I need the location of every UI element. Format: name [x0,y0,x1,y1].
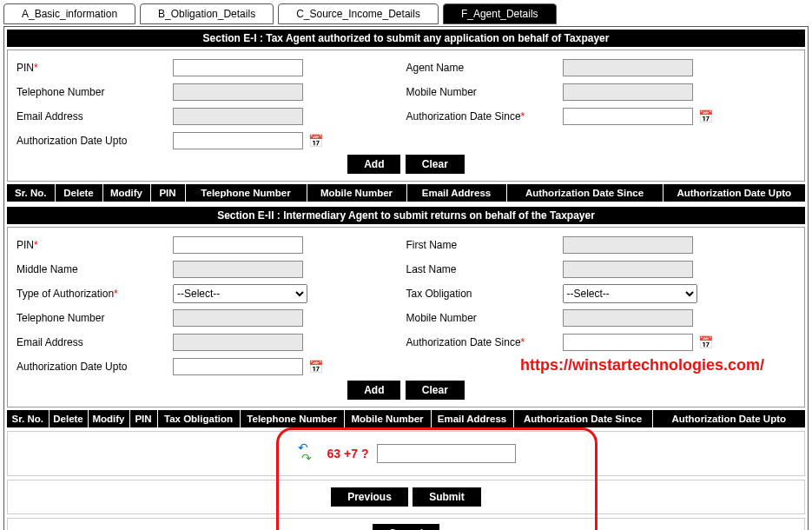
tax-obl-select[interactable]: --Select-- [563,284,697,303]
first-name-input [563,236,693,254]
captcha-input[interactable] [377,444,516,463]
middle-name-input [173,261,303,278]
label-auth-upto2: Authorization Date Upto [17,361,173,373]
col2-delete: Delete [49,410,88,427]
label-mobile: Mobile Number [406,86,563,98]
navigation-buttons: Previous Submit [7,480,805,514]
calendar-icon[interactable]: 📅 [698,335,713,349]
label-tax-obl: Tax Obligation [406,288,563,300]
section-e2-form: PIN* First Name Middle Name Last Name Ty… [7,227,805,407]
mobile2-input [563,309,693,327]
auth-upto-input[interactable] [173,132,303,149]
col2-taxobl: Tax Obligation [157,410,240,427]
email2-input [173,334,303,351]
label-first-name: First Name [406,239,563,251]
col-upto: Authorization Date Upto [663,184,805,202]
label-email: Email Address [17,110,173,123]
section-e2-table: Sr. No. Delete Modify PIN Tax Obligation… [7,410,805,427]
col2-since: Authorization Date Since [513,410,652,427]
label-email2: Email Address [17,336,173,348]
label-type-auth: Type of Authorization* [17,288,173,300]
last-name-input [563,261,693,278]
col2-mobile: Mobile Number [344,410,431,427]
auth-since2-input[interactable] [563,334,693,351]
section-e1-table: Sr. No. Delete Modify PIN Telephone Numb… [7,184,805,202]
section-e2-title: Section E-II : Intermediary Agent to sub… [7,207,805,224]
refresh-captcha-icon[interactable]: ↶ ↷ [296,442,319,465]
calendar-icon[interactable]: 📅 [308,360,323,374]
submit-button[interactable]: Submit [413,487,481,507]
section-e1-title: Section E-I : Tax Agent authorized to su… [7,30,805,47]
col-email: Email Address [406,184,506,202]
add-button[interactable]: Add [347,155,400,174]
col-telephone: Telephone Number [185,184,307,202]
label-last-name: Last Name [406,263,563,275]
captcha-question: 63 +7 ? [327,447,369,460]
col-pin: PIN [150,184,185,202]
previous-button[interactable]: Previous [331,487,408,507]
label-telephone2: Telephone Number [17,312,173,324]
col2-email: Email Address [431,410,513,427]
label-telephone: Telephone Number [17,86,173,98]
label-auth-upto: Authorization Date Upto [17,135,173,147]
cancel-button[interactable]: Cancel [373,524,439,530]
col-srno: Sr. No. [7,184,55,202]
tab-basic-info[interactable]: A_Basic_information [3,3,135,24]
col-modify: Modify [102,184,150,202]
auth-upto2-input[interactable] [173,358,303,375]
mobile-input [563,83,693,101]
label-auth-since2: Authorization Date Since* [406,336,563,348]
agent-name-input [563,59,693,76]
tab-source-income[interactable]: C_Source_Income_Details [278,3,439,24]
type-auth-select[interactable]: --Select-- [173,284,307,303]
label-pin: PIN* [17,62,173,74]
col2-srno: Sr. No. [7,410,49,427]
tab-agent-details[interactable]: F_Agent_Details [443,3,557,24]
clear-button[interactable]: Clear [406,155,465,174]
col2-upto: Authorization Date Upto [652,410,805,427]
clear-button-2[interactable]: Clear [406,381,465,400]
telephone2-input [173,309,303,327]
cancel-section: Cancel [7,518,805,530]
col2-pin: PIN [129,410,157,427]
calendar-icon[interactable]: 📅 [308,134,323,148]
calendar-icon[interactable]: 📅 [698,109,713,123]
tab-obligation-details[interactable]: B_Obligation_Details [140,3,274,24]
label-mobile2: Mobile Number [406,312,563,324]
captcha-section: ↶ ↷ 63 +7 ? [7,431,805,476]
add-button-2[interactable]: Add [347,381,400,400]
col2-telephone: Telephone Number [240,410,344,427]
label-agent-name: Agent Name [406,62,563,74]
col-mobile: Mobile Number [307,184,406,202]
section-e1-form: PIN* Agent Name Telephone Number Mobile … [7,50,805,182]
col-since: Authorization Date Since [506,184,663,202]
email-input [173,108,303,125]
col2-modify: Modify [88,410,129,427]
auth-since-input[interactable] [563,108,693,125]
pin-input[interactable] [173,59,303,76]
pin2-input[interactable] [173,236,303,254]
label-middle-name: Middle Name [17,263,173,275]
label-pin2: PIN* [17,239,173,251]
label-auth-since: Authorization Date Since* [406,110,563,123]
telephone-input [173,83,303,101]
col-delete: Delete [55,184,102,202]
